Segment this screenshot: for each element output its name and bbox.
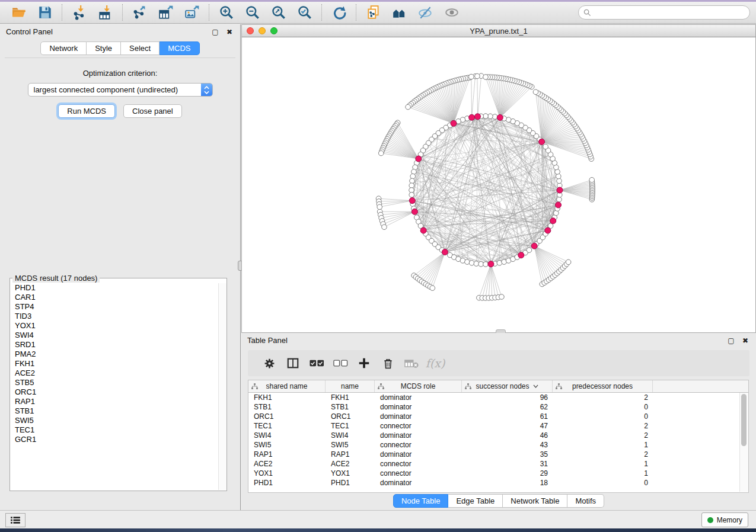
network-leaf-node[interactable] (406, 104, 411, 110)
network-hub-node-mcds[interactable] (420, 227, 426, 233)
network-node[interactable] (557, 178, 562, 184)
run-mcds-button[interactable]: Run MCDS (58, 104, 115, 118)
network-node[interactable] (543, 144, 548, 149)
table-row[interactable]: SWI4SWI4dominator462 (248, 431, 748, 440)
tab-select[interactable]: Select (121, 41, 160, 55)
network-hub-node-mcds[interactable] (531, 243, 537, 249)
network-node[interactable] (492, 114, 497, 120)
network-canvas[interactable] (241, 37, 756, 333)
search-input[interactable] (595, 8, 745, 17)
network-node[interactable] (527, 248, 532, 253)
network-node[interactable] (497, 260, 502, 265)
column-settings-gear-button[interactable] (257, 353, 281, 373)
save-button[interactable] (36, 4, 54, 21)
network-node[interactable] (410, 178, 415, 184)
select-all-checkboxes-button[interactable] (305, 353, 328, 373)
network-node[interactable] (412, 169, 417, 175)
float-table-panel-icon[interactable]: ▢ (726, 336, 736, 345)
network-leaf-node[interactable] (377, 204, 382, 210)
network-hub-node-mcds[interactable] (451, 120, 457, 126)
add-column-button[interactable] (352, 353, 376, 373)
network-leaf-node[interactable] (378, 150, 384, 156)
column-header-shared-name[interactable]: shared name (248, 380, 326, 392)
table-row[interactable]: YOX1YOX1connector291 (248, 469, 748, 478)
column-header-predecessor-nodes[interactable]: predecessor nodes (553, 380, 653, 392)
column-header-successor-nodes[interactable]: successor nodes (462, 380, 553, 392)
zoom-fit-button[interactable] (270, 4, 288, 21)
network-hub-node-mcds[interactable] (442, 249, 448, 255)
tab-motifs[interactable]: Motifs (567, 494, 604, 508)
mcds-result-item[interactable]: ACE2 (11, 368, 218, 378)
table-row[interactable]: FKH1FKH1dominator962 (248, 393, 748, 402)
network-node[interactable] (557, 197, 562, 202)
table-scrollbar[interactable] (739, 393, 748, 492)
mcds-result-item[interactable]: CAR1 (11, 293, 218, 302)
hide-selected-button[interactable] (417, 4, 435, 21)
export-network-button[interactable] (131, 4, 149, 21)
mcds-result-item[interactable]: STB5 (11, 378, 218, 387)
table-row[interactable]: TEC1TEC1connector472 (248, 421, 748, 431)
network-graph[interactable] (242, 37, 755, 332)
deselect-all-checkboxes-button[interactable] (328, 353, 352, 373)
network-leaf-node[interactable] (483, 75, 489, 80)
delete-table-button[interactable] (400, 353, 423, 373)
network-leaf-node[interactable] (566, 259, 571, 265)
network-hub-node-mcds[interactable] (497, 114, 503, 120)
tab-node-table[interactable]: Node Table (393, 494, 449, 508)
mcds-result-item[interactable]: SWI4 (11, 331, 218, 340)
tab-edge-table[interactable]: Edge Table (448, 494, 503, 508)
network-node[interactable] (479, 261, 484, 267)
network-node[interactable] (409, 188, 414, 193)
network-hub-node-mcds[interactable] (518, 252, 524, 258)
network-node[interactable] (469, 260, 474, 265)
network-leaf-node[interactable] (499, 294, 505, 300)
mcds-result-item[interactable]: GCR1 (11, 435, 218, 444)
open-file-button[interactable] (10, 4, 28, 21)
network-hub-node-mcds[interactable] (412, 209, 417, 214)
table-row[interactable]: RAP1RAP1dominator352 (248, 450, 748, 459)
network-hub-node-mcds[interactable] (488, 261, 494, 267)
network-leaf-node[interactable] (475, 73, 480, 79)
float-panel-icon[interactable]: ▢ (210, 27, 220, 37)
mcds-result-item[interactable]: PMA2 (11, 350, 218, 359)
network-node[interactable] (488, 114, 493, 119)
network-node[interactable] (465, 259, 470, 265)
network-hub-node-mcds[interactable] (545, 227, 551, 233)
network-hub-node-mcds[interactable] (539, 139, 545, 145)
tab-mcds[interactable]: MCDS (160, 41, 199, 55)
mcds-result-item[interactable]: SRD1 (11, 340, 218, 350)
export-image-button[interactable] (183, 4, 201, 21)
network-hub-node-mcds[interactable] (475, 114, 481, 120)
import-table-button[interactable] (97, 4, 114, 21)
network-hub-node-mcds[interactable] (409, 198, 415, 204)
network-hub-node-mcds[interactable] (557, 187, 563, 193)
network-leaf-node[interactable] (430, 286, 435, 291)
network-hub-node-mcds[interactable] (555, 202, 561, 208)
column-header-name[interactable]: name (326, 380, 375, 392)
column-header-MCDS-role[interactable]: MCDS role (375, 380, 462, 392)
export-table-button[interactable] (157, 4, 175, 21)
network-hub-node-mcds[interactable] (550, 218, 556, 224)
tab-style[interactable]: Style (87, 41, 121, 55)
mcds-result-item[interactable]: STP4 (11, 302, 218, 312)
show-panels-button[interactable] (5, 513, 25, 527)
mcds-result-item[interactable]: PHD1 (11, 283, 218, 293)
criterion-select[interactable]: largest connected component (undirected) (28, 83, 213, 97)
mcds-result-item[interactable]: TID3 (11, 312, 218, 321)
table-row[interactable]: ACE2ACE2connector311 (248, 459, 748, 469)
mcds-result-item[interactable]: YOX1 (11, 321, 218, 331)
zoom-selected-button[interactable] (296, 4, 314, 21)
show-columns-button[interactable] (281, 353, 305, 373)
memory-button[interactable]: Memory (701, 512, 748, 527)
network-leaf-node[interactable] (469, 74, 474, 79)
network-window-titlebar[interactable]: YPA_prune.txt_1 (241, 24, 756, 37)
import-network-button[interactable] (71, 4, 88, 21)
network-node[interactable] (409, 193, 414, 198)
close-panel-icon[interactable]: ✖ (225, 27, 234, 37)
function-builder-button[interactable]: f(x) (423, 353, 447, 373)
duplicate-network-button[interactable] (365, 4, 382, 21)
network-leaf-node[interactable] (382, 225, 387, 230)
table-row[interactable]: SWI5SWI5connector431 (248, 440, 748, 450)
network-node[interactable] (483, 114, 489, 119)
network-node[interactable] (483, 262, 489, 267)
